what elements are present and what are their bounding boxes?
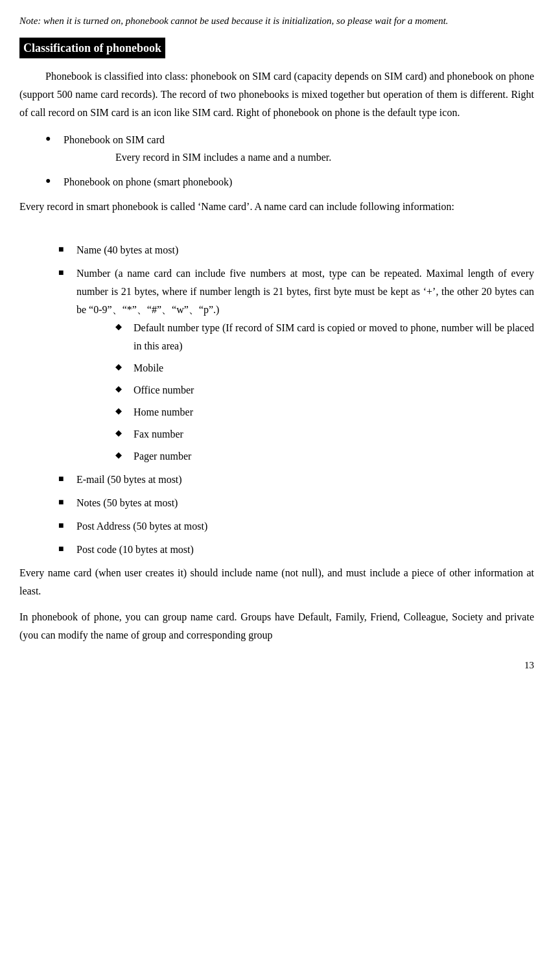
phone-bullet-item: Phonebook on phone (smart phonebook)	[45, 173, 534, 191]
diamond-item-pager: Pager number	[115, 447, 534, 465]
info-item-number: Number (a name card can include five num…	[58, 265, 534, 465]
info-item-email: E-mail (50 bytes at most)	[58, 471, 534, 489]
diamond-item-office: Office number	[115, 381, 534, 399]
diamond-item-default: Default number type (If record of SIM ca…	[115, 319, 534, 355]
info-list: Name (40 bytes at most) Number (a name c…	[58, 241, 534, 559]
number-type-list: Default number type (If record of SIM ca…	[115, 319, 534, 465]
footer-para1: Every name card (when user creates it) s…	[19, 564, 534, 600]
diamond-item-mobile: Mobile	[115, 359, 534, 377]
sim-card-bullet-list: Phonebook on SIM card Every record in SI…	[45, 131, 534, 191]
diamond-item-fax: Fax number	[115, 425, 534, 443]
note-text: Note: when it is turned on, phonebook ca…	[19, 13, 534, 30]
info-item-name: Name (40 bytes at most)	[58, 241, 534, 259]
diamond-item-home: Home number	[115, 403, 534, 421]
page-number: 13	[19, 657, 534, 673]
smart-phonebook-intro: Every record in smart phonebook is calle…	[19, 198, 534, 216]
intro-paragraph: Phonebook is classified into class: phon…	[19, 67, 534, 122]
classification-heading: Classification of phonebook	[19, 38, 534, 68]
info-item-post-address: Post Address (50 bytes at most)	[58, 517, 534, 535]
info-item-post-code: Post code (10 bytes at most)	[58, 541, 534, 559]
info-item-notes: Notes (50 bytes at most)	[58, 494, 534, 512]
sim-card-sub-text: Every record in SIM includes a name and …	[115, 148, 534, 167]
sim-card-bullet-item: Phonebook on SIM card Every record in SI…	[45, 131, 534, 167]
footer-para2: In phonebook of phone, you can group nam…	[19, 608, 534, 644]
